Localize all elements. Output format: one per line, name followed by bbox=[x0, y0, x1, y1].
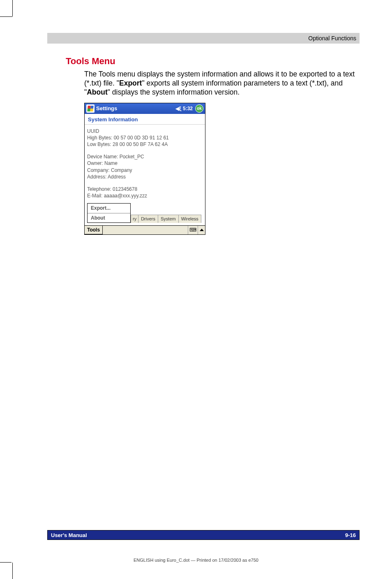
ok-button[interactable]: ok bbox=[195, 104, 203, 113]
menu-about[interactable]: About bbox=[88, 213, 130, 222]
crop-mark bbox=[12, 563, 13, 579]
keyboard-icon[interactable]: ⌨ bbox=[188, 226, 198, 234]
print-info: ENGLISH using Euro_C.dot — Printed on 17… bbox=[0, 558, 392, 563]
page-content: Optional Functions Tools Menu The Tools … bbox=[47, 33, 360, 235]
app-title: System Information bbox=[85, 114, 205, 125]
screenshot-window: Settings ◀ξ 5:32 ok System Information U… bbox=[84, 103, 205, 235]
text-part: " displays the system information versio… bbox=[108, 88, 240, 96]
taskbar-spacer bbox=[103, 226, 188, 234]
footer-bar: User's Manual 9-16 bbox=[47, 530, 360, 540]
taskbar: Tools ⌨ bbox=[85, 225, 205, 234]
footer-left: User's Manual bbox=[51, 532, 87, 538]
address: Address: Address bbox=[87, 174, 203, 180]
windows-logo-icon[interactable] bbox=[86, 104, 95, 113]
menu-export[interactable]: Export... bbox=[88, 204, 130, 213]
crop-mark bbox=[0, 16, 12, 17]
info-panel: UUID High Bytes: 00 57 00 0D 3D 91 12 61… bbox=[85, 125, 205, 225]
footer-right: 9-16 bbox=[345, 532, 356, 538]
section-heading: Tools Menu bbox=[66, 56, 360, 67]
crop-mark bbox=[12, 0, 13, 16]
header-section-label: Optional Functions bbox=[308, 35, 356, 42]
telephone: Telephone: 012345678 bbox=[87, 186, 203, 192]
tab-ry[interactable]: ry bbox=[131, 215, 138, 223]
speaker-icon[interactable]: ◀ξ bbox=[175, 106, 181, 111]
up-arrow-icon[interactable] bbox=[198, 226, 205, 234]
uuid-low: Low Bytes: 28 00 00 50 BF 7A 62 4A bbox=[87, 141, 203, 148]
email: E-Mail: aaaaa@xxx.yyy.zzz bbox=[87, 192, 203, 199]
tab-drivers[interactable]: Drivers bbox=[138, 215, 158, 223]
tab-system[interactable]: System bbox=[158, 215, 179, 223]
header-bar: Optional Functions bbox=[47, 33, 360, 44]
titlebar: Settings ◀ξ 5:32 ok bbox=[85, 103, 205, 114]
uuid-high: High Bytes: 00 57 00 0D 3D 91 12 61 bbox=[87, 134, 203, 141]
uuid-label: UUID bbox=[87, 128, 203, 134]
company: Company: Company bbox=[87, 167, 203, 174]
owner: Owner: Name bbox=[87, 160, 203, 167]
window-title: Settings bbox=[96, 105, 175, 111]
tools-menu-popup: Export... About bbox=[87, 203, 131, 222]
about-keyword: About bbox=[87, 88, 108, 96]
device-name: Device Name: Pocket_PC bbox=[87, 153, 203, 160]
intro-paragraph: The Tools menu displays the system infor… bbox=[84, 70, 355, 97]
clock[interactable]: 5:32 bbox=[183, 106, 193, 111]
tab-wireless[interactable]: Wireless bbox=[178, 215, 201, 223]
tools-button[interactable]: Tools bbox=[85, 226, 103, 234]
export-keyword: Export bbox=[119, 79, 142, 87]
